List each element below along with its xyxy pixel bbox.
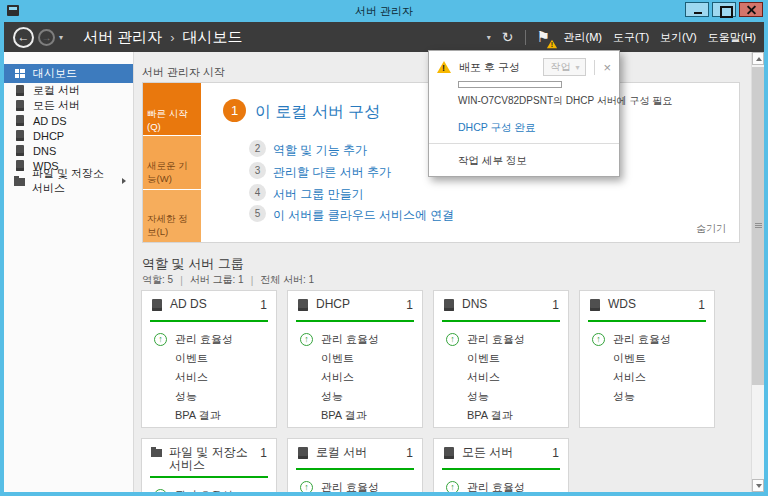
- menu-tools[interactable]: 도구(T): [613, 30, 649, 45]
- dns-role-icon: [16, 145, 24, 156]
- role-tile-dns: DNS 1 관리 효율성 이벤트 서비스 성능 BPA 결과: [433, 290, 569, 428]
- tab-quick-start[interactable]: 빠른 시작(Q): [143, 83, 201, 135]
- roles-summary: 역할: 5 | 서버 그룹: 1 | 전체 서버: 1: [142, 273, 314, 287]
- tile-title: DNS: [462, 298, 487, 311]
- sidebar-item-label: 파일 및 저장소 서비스: [32, 166, 115, 196]
- tile-row-manageability[interactable]: 관리 효율성: [580, 330, 714, 349]
- manageability-up-icon: [154, 333, 167, 346]
- tile-row-performance[interactable]: 성능: [434, 387, 568, 406]
- step-2-badge: 2: [249, 140, 266, 157]
- tile-row-events[interactable]: 이벤트: [142, 349, 276, 368]
- sidebar-item-label: DNS: [33, 145, 56, 157]
- tab-learn-more[interactable]: 자세한 정보(L): [143, 190, 201, 242]
- manageability-up-icon: [592, 333, 605, 346]
- servers-total-count: 전체 서버: 1: [260, 273, 314, 287]
- scroll-down-button[interactable]: [752, 479, 764, 492]
- tile-link: 성능: [175, 389, 197, 404]
- tile-link: 관리 효율성: [175, 332, 233, 347]
- nav-history-caret-icon[interactable]: [59, 33, 63, 42]
- tab-whats-new[interactable]: 새로운 기능(W): [143, 136, 201, 188]
- tile-title: 모든 서버: [462, 446, 513, 459]
- group-tile-local-server: 로컬 서버 1 관리 효율성 이벤트: [287, 438, 423, 492]
- tile-row-bpa[interactable]: BPA 결과: [288, 406, 422, 425]
- maximize-button[interactable]: [712, 2, 736, 17]
- tile-row-services[interactable]: 서비스: [288, 368, 422, 387]
- tile-link: 서비스: [321, 370, 354, 385]
- tile-row-events[interactable]: 이벤트: [580, 349, 714, 368]
- notification-message: WIN-O7CV82DPSNT의 DHCP 서버에 구성 필요: [458, 94, 611, 108]
- summary-separator: |: [251, 275, 254, 286]
- vertical-scrollbar[interactable]: [751, 52, 764, 492]
- tile-title: DHCP: [316, 298, 350, 311]
- welcome-tabs: 빠른 시작(Q) 새로운 기능(W) 자세한 정보(L): [143, 83, 201, 242]
- role-tile-wds: WDS 1 관리 효율성 이벤트 서비스 성능: [579, 290, 715, 428]
- tile-row-manageability[interactable]: 관리 효율성: [142, 330, 276, 349]
- tile-row-events[interactable]: 이벤트: [288, 349, 422, 368]
- menu-manage[interactable]: 관리(M): [564, 30, 603, 45]
- notification-close-icon[interactable]: [603, 61, 611, 74]
- tile-link: BPA 결과: [321, 408, 367, 423]
- toolbar-caret-icon[interactable]: [487, 33, 491, 42]
- forward-button[interactable]: [38, 29, 55, 46]
- menu-help[interactable]: 도움말(H): [708, 30, 756, 45]
- post-deployment-notification: 배포 후 구성 작업 WIN-O7CV82DPSNT의 DHCP 서버에 구성 …: [428, 50, 620, 177]
- tile-row-performance[interactable]: 성능: [142, 387, 276, 406]
- sidebar-item-label: 모든 서버: [33, 98, 80, 113]
- tile-link: 관리 효율성: [467, 480, 525, 492]
- tile-row-events[interactable]: 이벤트: [434, 349, 568, 368]
- titlebar: 서버 관리자: [0, 0, 768, 22]
- menu-view[interactable]: 보기(V): [660, 30, 697, 45]
- dhcp-configure-link[interactable]: DHCP 구성 완료: [458, 121, 535, 135]
- tile-server-count: 1: [406, 298, 413, 312]
- tile-server-count: 1: [552, 446, 559, 460]
- tile-row-manageability[interactable]: 관리 효율성: [288, 330, 422, 349]
- dashboard-grid-icon: [15, 69, 25, 78]
- scrollbar-thumb[interactable]: [752, 67, 764, 385]
- roles-section-title: 역할 및 서버 그룹: [142, 255, 244, 273]
- step-4-link[interactable]: 서버 그룹 만들기: [273, 186, 364, 203]
- expand-arrow-icon[interactable]: [122, 178, 126, 184]
- breadcrumb-separator: ›: [170, 30, 174, 45]
- sidebar-item-dns[interactable]: DNS: [4, 143, 133, 158]
- close-button[interactable]: [739, 2, 763, 17]
- tile-row-services[interactable]: 서비스: [434, 368, 568, 387]
- tile-row-services[interactable]: 서비스: [580, 368, 714, 387]
- sidebar-item-file-storage-services[interactable]: 파일 및 저장소 서비스: [4, 173, 133, 188]
- tile-row-performance[interactable]: 성능: [580, 387, 714, 406]
- tile-row-manageability[interactable]: 관리 효율성: [288, 478, 422, 492]
- tile-row-bpa[interactable]: BPA 결과: [434, 406, 568, 425]
- step-5-link[interactable]: 이 서버를 클라우드 서비스에 연결: [273, 207, 454, 224]
- sidebar-item-dhcp[interactable]: DHCP: [4, 128, 133, 143]
- tile-row-performance[interactable]: 성능: [288, 387, 422, 406]
- breadcrumb: 서버 관리자 › 대시보드: [83, 28, 243, 47]
- tile-title: 파일 및 저장소 서비스: [169, 446, 253, 472]
- step-3-link[interactable]: 관리할 다른 서버 추가: [273, 164, 391, 181]
- sidebar-item-dashboard[interactable]: 대시보드: [4, 64, 133, 83]
- hide-link[interactable]: 숨기기: [696, 222, 726, 236]
- step-2-link[interactable]: 역할 및 기능 추가: [273, 142, 367, 159]
- step-1-link[interactable]: 이 로컬 서버 구성: [255, 102, 380, 123]
- notifications-flag-icon[interactable]: [537, 28, 553, 46]
- sidebar-item-all-servers[interactable]: 모든 서버: [4, 98, 133, 113]
- tile-server-count: 1: [552, 298, 559, 312]
- refresh-icon[interactable]: [502, 28, 514, 46]
- tile-row-services[interactable]: 서비스: [142, 368, 276, 387]
- sidebar-item-adds[interactable]: AD DS: [4, 113, 133, 128]
- tile-row-bpa[interactable]: BPA 결과: [142, 406, 276, 425]
- minimize-button[interactable]: [685, 2, 709, 17]
- tile-row-manageability[interactable]: 관리 효율성: [434, 330, 568, 349]
- tile-server-count: 1: [406, 446, 413, 460]
- tile-link: 이벤트: [613, 351, 646, 366]
- tasks-dropdown-button[interactable]: 작업: [543, 58, 586, 76]
- group-tile-file-storage: 파일 및 저장소 서비스 1 관리 효율성 이벤트: [141, 438, 277, 492]
- chevron-down-icon: [575, 63, 579, 72]
- tile-row-manageability[interactable]: 관리 효율성: [142, 486, 276, 492]
- scroll-up-button[interactable]: [752, 52, 764, 65]
- task-details-link[interactable]: 작업 세부 정보: [458, 154, 527, 166]
- sidebar-item-local-server[interactable]: 로컬 서버: [4, 83, 133, 98]
- tile-row-manageability[interactable]: 관리 효율성: [434, 478, 568, 492]
- back-button[interactable]: [13, 27, 34, 48]
- tile-link: 관리 효율성: [467, 332, 525, 347]
- breadcrumb-root[interactable]: 서버 관리자: [83, 28, 162, 47]
- tile-link: BPA 결과: [175, 408, 221, 423]
